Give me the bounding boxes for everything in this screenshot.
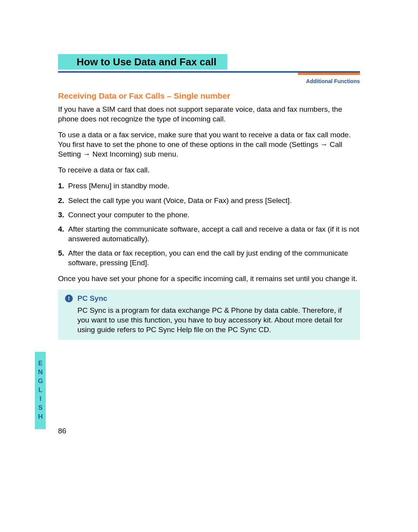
list-text: Select the call type you want (Voice, Da…	[68, 196, 292, 205]
list-number: 4.	[58, 224, 68, 244]
ordered-list: 1.Press [Menu] in standby mode. 2.Select…	[58, 181, 360, 268]
section-heading: Receiving Data or Fax Calls – Single num…	[58, 91, 360, 101]
paragraph: Once you have set your phone for a speci…	[58, 274, 360, 283]
note-box: ! PC Sync PC Sync is a program for data …	[58, 290, 360, 340]
document-page: How to Use Data and Fax call Additional …	[0, 0, 418, 532]
text-fragment: To use a data or a fax service, make sur…	[58, 131, 351, 148]
text-fragment: Next Incoming) sub menu.	[90, 150, 178, 158]
list-text: Connect your computer to the phone.	[68, 210, 190, 220]
list-text: After the data or fax reception, you can…	[68, 248, 360, 268]
list-text: After starting the communicate software,…	[68, 224, 360, 244]
tab-label-wrap: ENGLISH	[35, 352, 46, 429]
list-item: 1.Press [Menu] in standby mode.	[58, 181, 360, 191]
list-text: Press [Menu] in standby mode.	[68, 181, 170, 191]
tab-label: ENGLISH	[36, 360, 44, 422]
underline-accent	[298, 73, 360, 75]
paragraph: If you have a SIM card that does not sup…	[58, 104, 360, 124]
list-item: 2.Select the call type you want (Voice, …	[58, 196, 360, 205]
list-item: 3.Connect your computer to the phone.	[58, 210, 360, 220]
page-number: 86	[58, 427, 66, 435]
list-item: 4.After starting the communicate softwar…	[58, 224, 360, 244]
list-number: 3.	[58, 210, 68, 220]
list-item: 5.After the data or fax reception, you c…	[58, 248, 360, 268]
title-bar: How to Use Data and Fax call	[58, 54, 360, 76]
language-tab: ENGLISH	[35, 352, 52, 429]
arrow-icon: →	[320, 140, 327, 148]
note-body: PC Sync is a program for data exchange P…	[58, 305, 360, 340]
list-number: 5.	[58, 248, 68, 268]
list-number: 1.	[58, 181, 68, 191]
note-title: PC Sync	[77, 293, 107, 303]
list-number: 2.	[58, 196, 68, 205]
paragraph: To receive a data or fax call.	[58, 165, 360, 175]
paragraph: To use a data or a fax service, make sur…	[58, 130, 360, 159]
body-content: If you have a SIM card that does not sup…	[58, 104, 360, 340]
note-header: ! PC Sync	[58, 290, 360, 305]
title-underline	[58, 71, 360, 75]
breadcrumb: Additional Functions	[58, 78, 360, 84]
arrow-icon: →	[83, 150, 90, 158]
info-icon: !	[65, 295, 73, 302]
page-title: How to Use Data and Fax call	[71, 54, 227, 70]
